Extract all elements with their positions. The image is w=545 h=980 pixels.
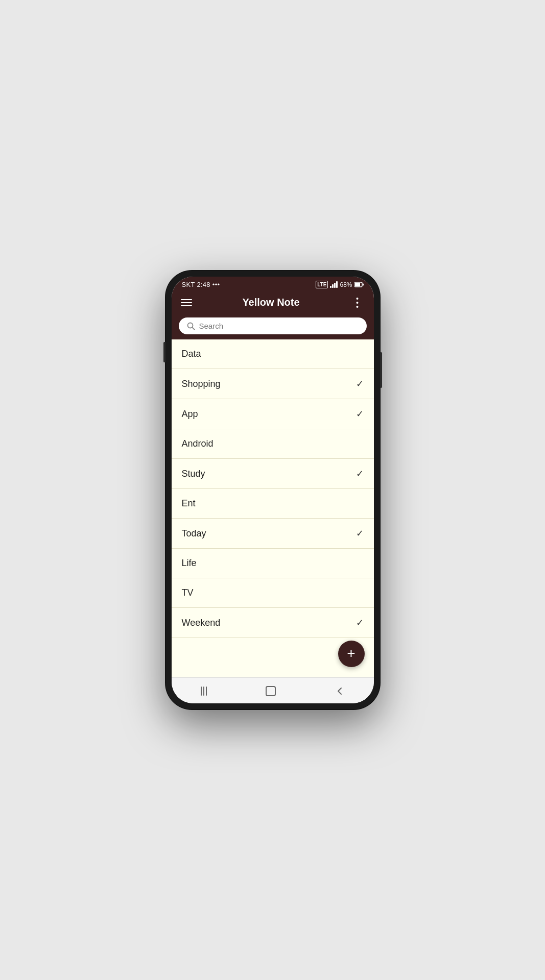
home-button[interactable]: [255, 684, 286, 698]
check-icon: ✓: [356, 378, 364, 389]
svg-point-5: [357, 306, 359, 308]
more-options-button[interactable]: [350, 297, 365, 308]
status-carrier-time: SKT 2:48 •••: [182, 281, 220, 288]
note-label: Data: [182, 349, 201, 359]
list-item[interactable]: Life: [172, 549, 374, 578]
home-icon: [266, 686, 276, 696]
search-input[interactable]: [199, 322, 359, 330]
add-note-button[interactable]: +: [338, 641, 365, 667]
check-icon: ✓: [356, 408, 364, 420]
phone-device: SKT 2:48 ••• LTE 68%: [165, 271, 380, 709]
time-label: 2:48: [197, 281, 210, 288]
list-item[interactable]: Shopping ✓: [172, 369, 374, 399]
svg-rect-1: [355, 283, 360, 286]
battery-icon: [354, 282, 364, 287]
check-icon: ✓: [356, 617, 364, 628]
status-bar: SKT 2:48 ••• LTE 68%: [172, 277, 374, 291]
note-label: Weekend: [182, 618, 221, 628]
app-title: Yellow Note: [192, 297, 350, 308]
check-icon: ✓: [356, 528, 364, 539]
list-item[interactable]: App ✓: [172, 399, 374, 429]
note-label: Study: [182, 469, 205, 479]
note-label: Shopping: [182, 379, 221, 389]
dots-label: •••: [212, 281, 220, 288]
list-item[interactable]: Data: [172, 339, 374, 369]
navigation-bar: [172, 677, 374, 703]
note-label: Life: [182, 558, 197, 569]
add-icon: +: [347, 646, 355, 660]
hamburger-menu-button[interactable]: [181, 299, 192, 306]
status-right-icons: LTE 68%: [316, 281, 363, 288]
list-item[interactable]: Today ✓: [172, 519, 374, 549]
signal-bar-3: [334, 283, 336, 288]
recents-button[interactable]: [191, 684, 217, 698]
list-item[interactable]: Android: [172, 429, 374, 459]
search-icon: [187, 322, 195, 330]
battery-percent-label: 68%: [340, 281, 352, 288]
signal-bar-2: [332, 284, 334, 288]
note-label: TV: [182, 587, 194, 598]
recents-icon: [201, 687, 207, 696]
list-item[interactable]: TV: [172, 578, 374, 608]
search-bar[interactable]: [179, 317, 367, 334]
back-icon: [335, 687, 344, 696]
svg-rect-2: [363, 284, 364, 286]
signal-bar-1: [330, 286, 331, 288]
list-item[interactable]: Ent: [172, 489, 374, 519]
lte-icon: LTE: [316, 281, 328, 288]
back-button[interactable]: [325, 684, 354, 698]
carrier-label: SKT: [182, 281, 195, 288]
check-icon: ✓: [356, 468, 364, 479]
svg-line-7: [192, 327, 195, 330]
hamburger-line-3: [181, 305, 192, 306]
note-label: Today: [182, 528, 206, 539]
note-label: Android: [182, 438, 214, 449]
more-icon-svg: [356, 297, 359, 308]
svg-point-4: [357, 302, 359, 304]
search-bar-container: [172, 313, 374, 339]
list-item[interactable]: Weekend ✓: [172, 608, 374, 638]
app-bar: Yellow Note: [172, 291, 374, 313]
note-list: Data Shopping ✓ App ✓ Android Study ✓ En…: [172, 339, 374, 677]
hamburger-line-2: [181, 302, 192, 303]
note-label: App: [182, 409, 198, 420]
signal-bar-4: [336, 281, 338, 288]
hamburger-line-1: [181, 299, 192, 300]
note-label: Ent: [182, 498, 196, 509]
svg-point-3: [357, 298, 359, 300]
list-item[interactable]: Study ✓: [172, 459, 374, 489]
signal-icon: [330, 282, 338, 288]
phone-screen: SKT 2:48 ••• LTE 68%: [172, 277, 374, 703]
